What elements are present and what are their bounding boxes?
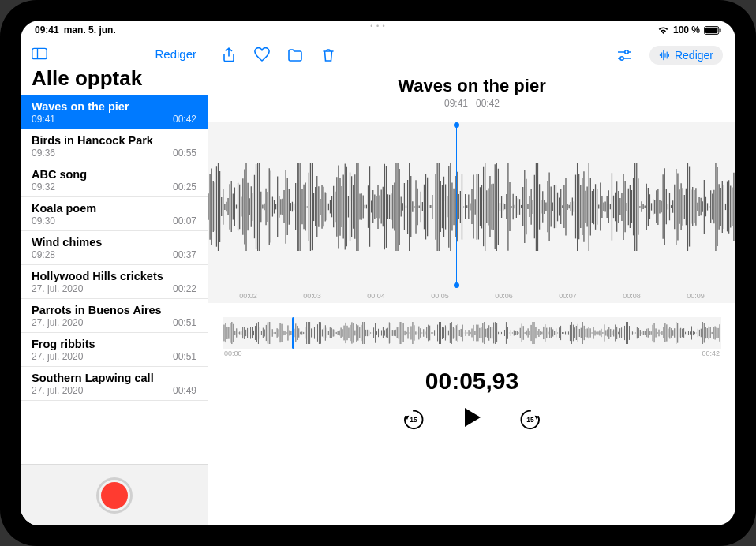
status-time: 09:41 xyxy=(35,24,59,36)
waveform-tick: 00:05 xyxy=(431,292,449,300)
svg-rect-9 xyxy=(660,54,661,56)
recording-item-duration: 00:22 xyxy=(173,283,196,294)
folder-icon[interactable] xyxy=(287,47,303,63)
recording-item-duration: 00:55 xyxy=(173,148,196,159)
recording-item-date: 09:32 xyxy=(32,181,55,193)
settings-sliders-icon[interactable] xyxy=(616,47,632,63)
sidebar-toggle-icon[interactable] xyxy=(32,46,47,62)
recording-item-date: 09:30 xyxy=(32,215,55,226)
recording-item-duration: 00:07 xyxy=(173,215,196,226)
recording-item-title: Birds in Hancock Park xyxy=(32,134,196,147)
recording-list-item[interactable]: Birds in Hancock Park09:3600:55 xyxy=(21,129,208,163)
recording-list-item[interactable]: Waves on the pier09:4100:42 xyxy=(21,95,208,129)
waveform-tick: 00:04 xyxy=(367,292,385,300)
recording-item-title: Frog ribbits xyxy=(32,338,196,350)
multitask-dots[interactable]: • • • xyxy=(370,22,385,30)
recording-item-duration: 00:37 xyxy=(173,249,196,260)
recording-item-duration: 00:51 xyxy=(173,317,196,328)
share-icon[interactable] xyxy=(221,47,237,63)
svg-text:15: 15 xyxy=(526,416,534,424)
recording-list-item[interactable]: ABC song09:3200:25 xyxy=(21,163,208,197)
recording-item-title: Parrots in Buenos Aires xyxy=(32,304,196,316)
battery-icon xyxy=(704,26,721,35)
waveform-tick: 00:09 xyxy=(687,292,705,300)
sidebar: Rediger Alle opptak Waves on the pier09:… xyxy=(21,38,208,525)
favorite-icon[interactable] xyxy=(254,47,270,63)
recording-item-title: Waves on the pier xyxy=(32,100,196,113)
svg-rect-14 xyxy=(668,54,669,57)
waveform-main[interactable]: 00:0200:0300:0400:0500:0600:0700:0800:09 xyxy=(208,122,735,303)
recording-item-date: 09:28 xyxy=(32,249,55,260)
skip-forward-button[interactable]: 15 xyxy=(518,407,542,431)
main-panel: Rediger Waves on the pier 09:41 00:42 00… xyxy=(208,38,735,525)
svg-rect-13 xyxy=(667,52,668,59)
recording-item-date: 27. jul. 2020 xyxy=(32,283,83,294)
recording-item-duration: 00:42 xyxy=(173,114,196,125)
recording-item-date: 27. jul. 2020 xyxy=(32,317,83,328)
recording-item-date: 27. jul. 2020 xyxy=(32,351,83,362)
recording-item-duration: 00:25 xyxy=(173,181,196,193)
recording-list-item[interactable]: Hollywood Hills crickets27. jul. 202000:… xyxy=(21,265,208,299)
svg-point-6 xyxy=(625,50,628,54)
recording-item-title: ABC song xyxy=(32,168,196,181)
recording-item-duration: 00:51 xyxy=(173,351,196,362)
svg-point-8 xyxy=(620,57,623,60)
skip-back-button[interactable]: 15 xyxy=(402,407,425,431)
waveform-overview[interactable] xyxy=(223,317,721,349)
waveform-tick: 00:02 xyxy=(239,292,257,300)
waveform-tick: 00:07 xyxy=(559,292,577,300)
recording-list-item[interactable]: Southern Lapwing call27. jul. 202000:49 xyxy=(21,367,208,401)
waveform-tick: 00:06 xyxy=(495,292,513,300)
recording-list-item[interactable]: Wind chimes09:2800:37 xyxy=(21,231,208,265)
recording-item-date: 09:41 xyxy=(32,114,55,125)
svg-rect-10 xyxy=(661,53,662,58)
overview-start: 00:00 xyxy=(224,350,242,357)
recording-item-title: Hollywood Hills crickets xyxy=(32,270,196,282)
playback-time: 00:05,93 xyxy=(208,368,735,395)
wifi-icon xyxy=(657,26,669,35)
edit-recording-button[interactable]: Rediger xyxy=(649,46,723,65)
svg-rect-11 xyxy=(663,50,664,60)
svg-rect-2 xyxy=(720,28,721,32)
svg-rect-12 xyxy=(664,53,665,57)
trash-icon[interactable] xyxy=(320,47,336,63)
recording-list-item[interactable]: Koala poem09:3000:07 xyxy=(21,197,208,231)
svg-rect-3 xyxy=(32,48,47,58)
recording-list-item[interactable]: Parrots in Buenos Aires27. jul. 202000:5… xyxy=(21,299,208,333)
recording-item-title: Koala poem xyxy=(32,202,196,215)
recording-duration: 00:42 xyxy=(476,98,500,109)
battery-pct: 100 % xyxy=(673,24,700,36)
svg-text:15: 15 xyxy=(410,416,417,424)
svg-rect-1 xyxy=(705,27,718,32)
waveform-tick: 00:08 xyxy=(623,292,641,300)
recording-time: 09:41 xyxy=(444,98,468,109)
recording-item-duration: 00:49 xyxy=(173,385,196,396)
overview-end: 00:42 xyxy=(702,350,720,357)
recording-item-date: 09:36 xyxy=(32,148,55,159)
waveform-tick: 00:03 xyxy=(303,292,321,300)
recording-item-title: Wind chimes xyxy=(32,236,196,249)
status-date: man. 5. jun. xyxy=(64,24,116,36)
playhead[interactable] xyxy=(456,125,457,286)
recording-list-item[interactable]: Frog ribbits27. jul. 202000:51 xyxy=(21,333,208,367)
record-button[interactable] xyxy=(96,477,133,514)
edit-recording-label: Rediger xyxy=(675,49,713,62)
play-button[interactable] xyxy=(460,406,484,432)
recording-item-date: 27. jul. 2020 xyxy=(32,385,83,396)
sidebar-edit-button[interactable]: Rediger xyxy=(155,47,196,61)
recording-item-title: Southern Lapwing call xyxy=(32,372,196,384)
sidebar-title: Alle opptak xyxy=(21,66,208,95)
recording-title[interactable]: Waves on the pier xyxy=(208,76,735,96)
